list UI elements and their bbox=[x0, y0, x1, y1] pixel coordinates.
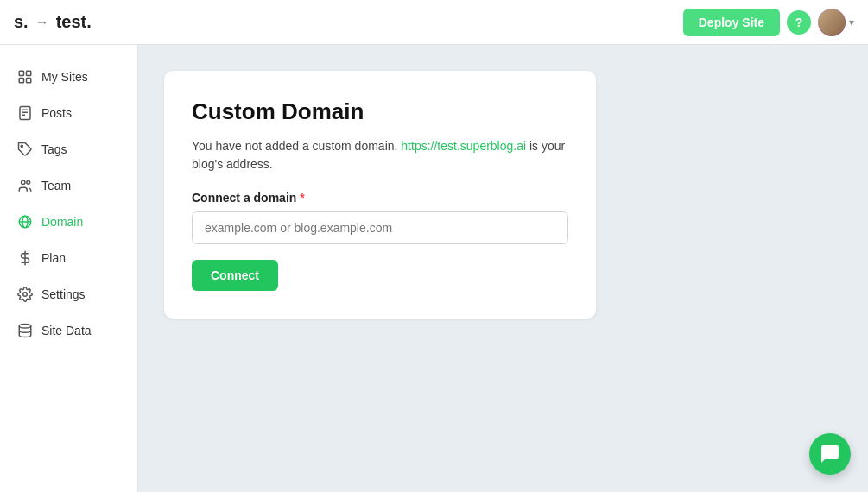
sidebar-label-my-sites: My Sites bbox=[41, 70, 88, 84]
tag-icon bbox=[17, 142, 33, 157]
required-star: * bbox=[300, 191, 304, 205]
card-description: You have not added a custom domain. http… bbox=[192, 137, 568, 173]
blog-url-link[interactable]: https://test.superblog.ai bbox=[401, 139, 526, 153]
dollar-icon bbox=[17, 250, 33, 266]
description-prefix: You have not added a custom domain. bbox=[192, 139, 397, 153]
chat-icon bbox=[820, 444, 840, 464]
deploy-site-button[interactable]: Deploy Site bbox=[683, 9, 780, 36]
help-button[interactable]: ? bbox=[787, 10, 811, 35]
file-icon bbox=[17, 105, 33, 121]
sidebar-label-domain: Domain bbox=[41, 215, 83, 229]
svg-rect-3 bbox=[27, 79, 31, 83]
topbar-right: Deploy Site ? ▾ bbox=[683, 9, 854, 36]
svg-rect-2 bbox=[19, 79, 23, 83]
sidebar-label-site-data: Site Data bbox=[41, 324, 92, 337]
sidebar-item-team[interactable]: Team bbox=[0, 167, 137, 204]
svg-point-15 bbox=[23, 293, 28, 297]
team-icon bbox=[17, 178, 33, 193]
svg-rect-1 bbox=[27, 71, 31, 75]
sidebar-item-site-data[interactable]: Site Data bbox=[0, 312, 137, 349]
chevron-down-icon: ▾ bbox=[849, 16, 854, 28]
svg-point-9 bbox=[22, 180, 26, 185]
logo-area: s. → test. bbox=[14, 12, 92, 32]
sidebar-item-my-sites[interactable]: My Sites bbox=[0, 59, 137, 95]
topbar: s. → test. Deploy Site ? ▾ bbox=[0, 0, 868, 45]
database-icon bbox=[17, 323, 33, 338]
domain-field-label: Connect a domain * bbox=[192, 191, 568, 205]
custom-domain-card: Custom Domain You have not added a custo… bbox=[164, 71, 596, 319]
avatar-image bbox=[818, 9, 846, 36]
main-layout: My Sites Posts Tags bbox=[0, 45, 868, 492]
connect-button[interactable]: Connect bbox=[192, 260, 278, 291]
chat-button[interactable] bbox=[809, 433, 851, 475]
page-title: Custom Domain bbox=[192, 98, 568, 125]
svg-point-16 bbox=[19, 325, 31, 329]
sidebar-item-posts[interactable]: Posts bbox=[0, 95, 137, 131]
svg-rect-0 bbox=[19, 71, 23, 75]
svg-point-8 bbox=[21, 145, 22, 147]
domain-input[interactable] bbox=[192, 211, 568, 244]
content-area: Custom Domain You have not added a custo… bbox=[138, 45, 868, 492]
sidebar: My Sites Posts Tags bbox=[0, 45, 138, 492]
sidebar-item-settings[interactable]: Settings bbox=[0, 276, 137, 312]
logo-s: s. bbox=[14, 12, 29, 32]
logo-site: test. bbox=[56, 12, 92, 32]
sidebar-label-tags: Tags bbox=[41, 142, 67, 156]
sidebar-item-domain[interactable]: Domain bbox=[0, 204, 137, 240]
avatar bbox=[818, 9, 846, 36]
user-menu[interactable]: ▾ bbox=[818, 9, 854, 36]
globe-icon bbox=[17, 214, 33, 230]
sidebar-label-settings: Settings bbox=[41, 287, 86, 301]
gear-icon bbox=[17, 287, 33, 302]
sidebar-label-plan: Plan bbox=[41, 251, 66, 265]
svg-point-10 bbox=[27, 180, 30, 184]
logo-arrow: → bbox=[35, 15, 49, 30]
sidebar-label-team: Team bbox=[41, 179, 71, 192]
sidebar-item-tags[interactable]: Tags bbox=[0, 131, 137, 167]
sidebar-item-plan[interactable]: Plan bbox=[0, 240, 137, 276]
sidebar-label-posts: Posts bbox=[41, 106, 72, 120]
grid-icon bbox=[17, 69, 33, 85]
